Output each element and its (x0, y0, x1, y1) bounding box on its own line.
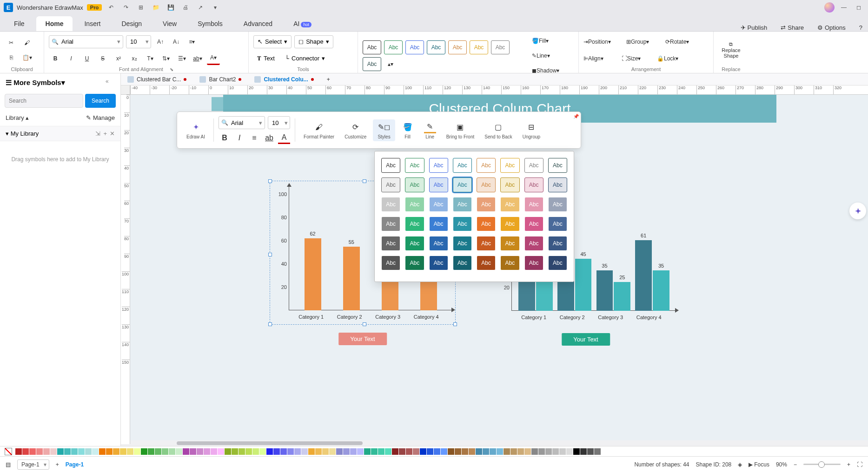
color-swatch[interactable] (239, 448, 245, 455)
color-swatch[interactable] (50, 448, 57, 455)
mini-italic[interactable]: I (233, 132, 245, 144)
minimize-icon[interactable]: — (838, 2, 849, 13)
replace-shape-button[interactable]: ⧉Replace Shape (722, 41, 740, 59)
mini-align[interactable]: ≡ (248, 132, 260, 144)
color-swatch[interactable] (427, 448, 433, 455)
library-dropzone[interactable]: Drag symbols here to add to My Library (0, 141, 120, 177)
color-swatch[interactable] (280, 448, 287, 455)
color-swatch[interactable] (162, 448, 168, 455)
mini-send-back[interactable]: ▢ (492, 121, 504, 133)
style-preset[interactable]: Abc (453, 177, 472, 192)
focus-button[interactable]: ▶ Focus (749, 461, 769, 468)
color-swatch[interactable] (36, 448, 43, 455)
share-button[interactable]: ⇄ Share (775, 24, 809, 31)
style-preset[interactable]: Abc (381, 216, 400, 231)
color-swatch[interactable] (350, 448, 357, 455)
color-swatch[interactable] (273, 448, 280, 455)
list-button[interactable]: ☰▾ (175, 52, 188, 65)
color-swatch[interactable] (225, 448, 231, 455)
style-preset[interactable]: Abc (500, 158, 519, 173)
color-swatch[interactable] (531, 448, 538, 455)
color-swatch[interactable] (420, 448, 426, 455)
mini-ungroup[interactable]: ⊟ (525, 121, 537, 133)
color-swatch[interactable] (510, 448, 517, 455)
style-preset[interactable]: Abc (381, 236, 400, 251)
add-lib-icon[interactable]: + (103, 130, 107, 137)
color-swatch[interactable] (29, 448, 36, 455)
color-swatch[interactable] (371, 448, 378, 455)
font-size-select[interactable]: 10 (126, 35, 151, 48)
rotate-menu[interactable]: ⟳ Rotate▾ (665, 35, 703, 48)
options-button[interactable]: ⚙ Options (812, 24, 851, 31)
chart-bar[interactable]: 61 (635, 240, 652, 311)
style-preset[interactable]: Abc (429, 177, 448, 192)
style-preset[interactable]: Abc (429, 236, 448, 251)
color-swatch[interactable] (406, 448, 412, 455)
style-preset[interactable]: Abc (524, 256, 543, 270)
tab-insert[interactable]: Insert (75, 16, 110, 31)
style-preset[interactable]: Abc (381, 197, 400, 212)
mini-size-select[interactable]: 10 (268, 116, 290, 129)
edraw-ai-icon[interactable]: ✦ (190, 121, 202, 133)
color-swatch[interactable] (545, 448, 552, 455)
user-avatar[interactable] (824, 2, 835, 13)
color-swatch[interactable] (587, 448, 594, 455)
symbol-search-button[interactable]: Search (85, 94, 116, 108)
chart-caption-right[interactable]: Your Text (562, 333, 610, 346)
style-preset[interactable]: Abc (429, 197, 448, 212)
layers-icon[interactable]: ◈ (738, 461, 742, 468)
no-color-swatch[interactable] (5, 448, 12, 455)
doc-tab-1[interactable]: Clustered Bar C... (121, 73, 193, 85)
add-doc-tab[interactable]: + (320, 73, 337, 85)
style-preset[interactable]: Abc (548, 256, 567, 270)
color-swatch[interactable] (78, 448, 85, 455)
color-swatch[interactable] (287, 448, 294, 455)
color-swatch[interactable] (573, 448, 580, 455)
more-symbols-heading[interactable]: ☰ More Symbols▾ (6, 79, 65, 87)
increase-font-button[interactable]: A↑ (154, 35, 167, 48)
style-swatch[interactable]: Abc (470, 40, 488, 54)
size-menu[interactable]: ⛶ Size▾ (622, 52, 654, 65)
style-preset[interactable]: Abc (381, 158, 400, 173)
style-preset[interactable]: Abc (500, 177, 519, 192)
color-swatch[interactable] (378, 448, 384, 455)
color-swatch[interactable] (594, 448, 601, 455)
color-swatch[interactable] (148, 448, 154, 455)
library-dropdown[interactable]: Library ▴ (6, 114, 29, 121)
style-preset[interactable]: Abc (548, 216, 567, 231)
color-swatch[interactable] (22, 448, 29, 455)
color-swatch[interactable] (455, 448, 461, 455)
tab-design[interactable]: Design (112, 16, 151, 31)
style-preset[interactable]: Abc (477, 236, 496, 251)
style-preset[interactable]: Abc (524, 158, 543, 173)
tab-file[interactable]: File (5, 16, 34, 31)
font-color-button[interactable]: A▾ (207, 52, 220, 65)
color-swatch[interactable] (336, 448, 343, 455)
strike-button[interactable]: S (96, 52, 109, 65)
tab-advanced[interactable]: Advanced (234, 16, 282, 31)
color-swatch[interactable] (448, 448, 454, 455)
style-preset[interactable]: Abc (477, 158, 496, 173)
color-swatch[interactable] (329, 448, 336, 455)
style-preset[interactable]: Abc (524, 177, 543, 192)
line-spacing-button[interactable]: ⇅▾ (159, 52, 172, 65)
color-swatch[interactable] (64, 448, 71, 455)
color-swatch[interactable] (524, 448, 531, 455)
style-preset[interactable]: Abc (381, 177, 400, 192)
mini-customize[interactable]: ⟳ (350, 121, 362, 133)
style-preset[interactable]: Abc (548, 158, 567, 173)
tab-ai[interactable]: AIhot (284, 16, 321, 31)
style-swatch[interactable]: Abc (363, 57, 381, 71)
color-swatch[interactable] (504, 448, 510, 455)
color-swatch[interactable] (357, 448, 364, 455)
mini-fontcolor[interactable]: A (278, 132, 290, 144)
color-swatch[interactable] (155, 448, 161, 455)
help-icon[interactable]: ? (854, 24, 868, 31)
color-swatch[interactable] (392, 448, 398, 455)
style-preset[interactable]: Abc (405, 177, 424, 192)
chart-caption-left[interactable]: Your Text (338, 333, 387, 345)
undo-button[interactable]: ↶ (106, 2, 117, 13)
color-swatch[interactable] (259, 448, 266, 455)
style-preset[interactable]: Abc (548, 197, 567, 212)
collapse-sidebar-icon[interactable]: « (106, 78, 115, 87)
